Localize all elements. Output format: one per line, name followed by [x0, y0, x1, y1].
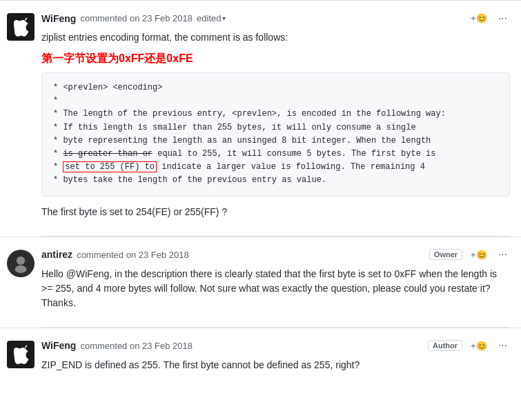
avatar-col-3 — [0, 339, 41, 378]
avatar-col-2 — [0, 248, 41, 316]
avatar-wifeng-2 — [7, 341, 35, 368]
avatar-col-1 — [0, 12, 41, 225]
author-link-antirez[interactable]: antirez — [41, 249, 72, 260]
comment-wifeng-1: WiFeng commented on 23 Feb 2018 edited ▾… — [0, 0, 521, 236]
apple-icon — [11, 17, 30, 37]
svg-point-1 — [15, 265, 27, 272]
comment-header-2: antirez commented on 23 Feb 2018 Owner +… — [41, 248, 510, 261]
more-button-3[interactable]: ··· — [495, 340, 510, 351]
apple-icon-2 — [11, 345, 30, 364]
code-block: * <prevlen> <encoding> * * The length of… — [41, 72, 510, 197]
svg-point-0 — [17, 256, 25, 264]
comment-antirez: antirez commented on 23 Feb 2018 Owner +… — [0, 237, 521, 327]
comment-actions-3: Author +😊 ··· — [428, 339, 510, 352]
owner-badge: Owner — [429, 249, 462, 260]
strikethrough-text: is greater than or — [63, 149, 153, 159]
wifeng-2-text: ZIP_END is defined as 255. The first byt… — [41, 358, 510, 372]
antirez-text: Hello @WiFeng, in the description there … — [41, 267, 510, 310]
author-badge: Author — [428, 340, 462, 351]
author-link-wifeng-2[interactable]: WiFeng — [41, 340, 76, 351]
edited-dropdown-icon[interactable]: ▾ — [222, 14, 226, 22]
comment-header-1: WiFeng commented on 23 Feb 2018 edited ▾… — [41, 12, 510, 25]
comment-actions-1: +😊 ··· — [468, 12, 510, 25]
avatar-antirez — [7, 250, 35, 277]
avatar-wifeng-1 — [7, 13, 35, 41]
red-box-text: set to 255 (FF) to — [63, 161, 157, 172]
intro-text: ziplist entries encoding format, the com… — [41, 30, 510, 45]
emoji-button-3[interactable]: +😊 — [468, 339, 490, 352]
emoji-button-1[interactable]: +😊 — [468, 12, 490, 25]
more-button-2[interactable]: ··· — [495, 249, 510, 260]
emoji-button-2[interactable]: +😊 — [468, 248, 490, 261]
comment-wifeng-2: WiFeng commented on 23 Feb 2018 Author +… — [0, 328, 521, 389]
comment-meta-1: commented on 23 Feb 2018 — [80, 13, 193, 23]
comment-body-3: ZIP_END is defined as 255. The first byt… — [41, 358, 510, 372]
more-button-1[interactable]: ··· — [495, 13, 510, 24]
edited-label: edited — [197, 13, 221, 23]
comment-main-2: antirez commented on 23 Feb 2018 Owner +… — [41, 248, 510, 316]
question-text: The first byte is set to 254(FE) or 255(… — [41, 205, 510, 219]
chinese-heading: 第一字节设置为0xFF还是0xFE — [41, 50, 510, 67]
comment-meta-2: commented on 23 Feb 2018 — [77, 250, 189, 260]
comment-body-1: ziplist entries encoding format, the com… — [41, 30, 510, 219]
comment-meta-3: commented on 23 Feb 2018 — [80, 341, 193, 351]
comment-main-1: WiFeng commented on 23 Feb 2018 edited ▾… — [41, 12, 510, 225]
comment-header-3: WiFeng commented on 23 Feb 2018 Author +… — [41, 339, 510, 352]
antirez-avatar-icon — [11, 254, 30, 273]
comment-body-2: Hello @WiFeng, in the description there … — [41, 267, 510, 310]
edited-badge: edited ▾ — [197, 13, 226, 23]
comment-main-3: WiFeng commented on 23 Feb 2018 Author +… — [41, 339, 510, 378]
comment-actions-2: Owner +😊 ··· — [429, 248, 510, 261]
author-link-wifeng-1[interactable]: WiFeng — [41, 13, 76, 24]
